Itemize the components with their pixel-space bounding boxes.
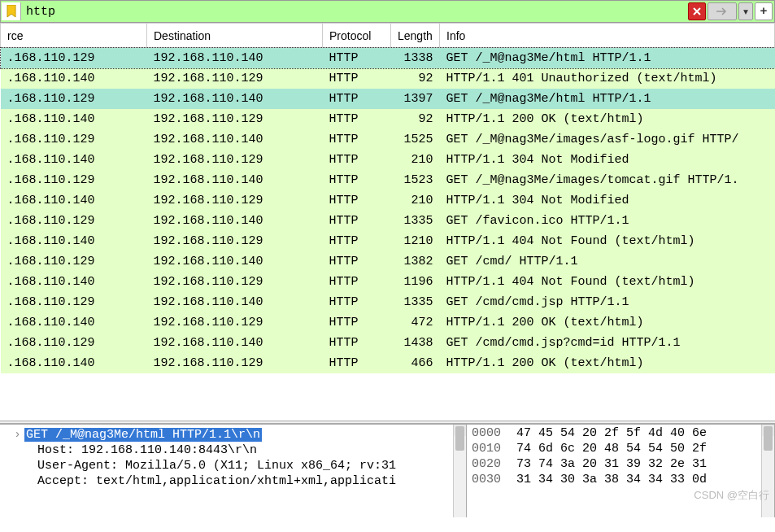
hex-line[interactable]: 0000 47 45 54 20 2f 5f 4d 40 6e <box>472 425 769 441</box>
packet-bytes-pane[interactable]: 0000 47 45 54 20 2f 5f 4d 40 6e0010 74 6… <box>467 425 775 517</box>
cell-source: .168.110.129 <box>1 211 147 231</box>
cell-info: GET /cmd/cmd.jsp?cmd=id HTTP/1.1 <box>440 333 775 353</box>
cell-info: HTTP/1.1 200 OK (text/html) <box>440 109 775 129</box>
col-header-destination[interactable]: Destination <box>147 24 323 48</box>
cell-source: .168.110.129 <box>1 129 147 150</box>
scroll-thumb[interactable] <box>764 426 773 451</box>
hex-line[interactable]: 0020 73 74 3a 20 31 39 32 2e 31 <box>472 456 769 472</box>
display-filter-input[interactable] <box>21 1 688 22</box>
col-header-length[interactable]: Length <box>391 24 440 48</box>
cell-length: 1382 <box>391 251 440 272</box>
packet-row[interactable]: .168.110.129192.168.110.140HTTP1397GET /… <box>1 89 775 109</box>
hex-offset: 0030 <box>472 473 509 486</box>
packet-row[interactable]: .168.110.140192.168.110.129HTTP1210HTTP/… <box>1 231 775 251</box>
cell-info: GET /_M@nag3Me/images/tomcat.gif HTTP/1. <box>440 170 775 190</box>
col-header-protocol[interactable]: Protocol <box>323 24 391 48</box>
cell-source: .168.110.129 <box>1 251 147 272</box>
packet-list-header: rce Destination Protocol Length Info <box>1 24 775 48</box>
hex-offset: 0000 <box>472 426 509 440</box>
cell-length: 210 <box>391 150 440 170</box>
cell-length: 1335 <box>391 292 440 312</box>
details-line[interactable]: Host: 192.168.110.140:8443\r\n <box>5 443 461 458</box>
cell-destination: 192.168.110.129 <box>147 190 323 211</box>
col-header-source[interactable]: rce <box>1 24 147 48</box>
scroll-thumb[interactable] <box>455 426 464 451</box>
filter-buttons: ▾ + <box>688 2 774 20</box>
hex-offset: 0020 <box>472 457 509 471</box>
cell-info: GET /_M@nag3Me/html HTTP/1.1 <box>440 89 775 109</box>
chevron-right-icon[interactable]: › <box>5 426 24 440</box>
packet-row[interactable]: .168.110.129192.168.110.140HTTP1338GET /… <box>1 48 775 68</box>
cell-info: HTTP/1.1 304 Not Modified <box>440 150 775 170</box>
apply-filter-button[interactable] <box>708 2 737 20</box>
cell-length: 1525 <box>391 129 440 150</box>
packet-details-pane[interactable]: ›GET /_M@nag3Me/html HTTP/1.1\r\n Host: … <box>0 425 467 517</box>
details-line[interactable]: User-Agent: Mozilla/5.0 (X11; Linux x86_… <box>5 458 461 473</box>
cell-info: GET /_M@nag3Me/html HTTP/1.1 <box>440 48 775 68</box>
details-line[interactable]: Accept: text/html,application/xhtml+xml,… <box>5 473 461 489</box>
packet-row[interactable]: .168.110.129192.168.110.140HTTP1525GET /… <box>1 129 775 150</box>
bookmark-icon[interactable] <box>2 2 21 20</box>
cell-destination: 192.168.110.140 <box>147 211 323 231</box>
packet-row[interactable]: .168.110.140192.168.110.129HTTP210HTTP/1… <box>1 190 775 211</box>
col-header-info[interactable]: Info <box>440 24 775 48</box>
cell-info: HTTP/1.1 304 Not Modified <box>440 190 775 211</box>
packet-row[interactable]: .168.110.140192.168.110.129HTTP472HTTP/1… <box>1 312 775 333</box>
details-scrollbar[interactable]: ▴ <box>453 425 466 517</box>
packet-row[interactable]: .168.110.140192.168.110.129HTTP210HTTP/1… <box>1 150 775 170</box>
cell-info: HTTP/1.1 200 OK (text/html) <box>440 312 775 333</box>
hex-bytes: 74 6d 6c 20 48 54 54 50 2f <box>509 442 707 456</box>
cell-length: 92 <box>391 109 440 129</box>
cell-protocol: HTTP <box>323 109 391 129</box>
cell-destination: 192.168.110.129 <box>147 150 323 170</box>
cell-length: 1523 <box>391 170 440 190</box>
cell-info: HTTP/1.1 404 Not Found (text/html) <box>440 272 775 292</box>
cell-protocol: HTTP <box>323 312 391 333</box>
cell-protocol: HTTP <box>323 353 391 373</box>
add-filter-button[interactable]: + <box>755 2 773 20</box>
cell-destination: 192.168.110.140 <box>147 89 323 109</box>
cell-protocol: HTTP <box>323 68 391 89</box>
cell-info: GET /cmd/cmd.jsp HTTP/1.1 <box>440 292 775 312</box>
cell-destination: 192.168.110.140 <box>147 251 323 272</box>
cell-source: .168.110.140 <box>1 190 147 211</box>
packet-row[interactable]: .168.110.129192.168.110.140HTTP1335GET /… <box>1 211 775 231</box>
cell-info: GET /cmd/ HTTP/1.1 <box>440 251 775 272</box>
cell-destination: 192.168.110.140 <box>147 48 323 68</box>
cell-protocol: HTTP <box>323 129 391 150</box>
cell-protocol: HTTP <box>323 48 391 68</box>
clear-filter-button[interactable] <box>688 2 706 20</box>
cell-source: .168.110.140 <box>1 353 147 373</box>
details-line-selected[interactable]: GET /_M@nag3Me/html HTTP/1.1\r\n <box>24 428 262 442</box>
packet-row[interactable]: .168.110.129192.168.110.140HTTP1523GET /… <box>1 170 775 190</box>
packet-row[interactable]: .168.110.140192.168.110.129HTTP92HTTP/1.… <box>1 68 775 89</box>
cell-destination: 192.168.110.140 <box>147 292 323 312</box>
cell-info: HTTP/1.1 200 OK (text/html) <box>440 353 775 373</box>
cell-protocol: HTTP <box>323 170 391 190</box>
cell-protocol: HTTP <box>323 211 391 231</box>
hex-line[interactable]: 0010 74 6d 6c 20 48 54 54 50 2f <box>472 441 769 456</box>
hex-bytes: 31 34 30 3a 38 34 34 33 0d <box>509 473 707 486</box>
cell-destination: 192.168.110.129 <box>147 68 323 89</box>
packet-row[interactable]: .168.110.129192.168.110.140HTTP1335GET /… <box>1 292 775 312</box>
cell-destination: 192.168.110.129 <box>147 353 323 373</box>
filter-history-dropdown[interactable]: ▾ <box>738 2 753 20</box>
hex-bytes: 73 74 3a 20 31 39 32 2e 31 <box>509 457 707 471</box>
cell-length: 1397 <box>391 89 440 109</box>
cell-destination: 192.168.110.140 <box>147 333 323 353</box>
packet-row[interactable]: .168.110.129192.168.110.140HTTP1382GET /… <box>1 251 775 272</box>
cell-source: .168.110.129 <box>1 292 147 312</box>
packet-row[interactable]: .168.110.129192.168.110.140HTTP1438GET /… <box>1 333 775 353</box>
packet-row[interactable]: .168.110.140192.168.110.129HTTP92HTTP/1.… <box>1 109 775 129</box>
packet-list-table: rce Destination Protocol Length Info .16… <box>0 23 775 373</box>
cell-protocol: HTTP <box>323 251 391 272</box>
cell-length: 1210 <box>391 231 440 251</box>
packet-row[interactable]: .168.110.140192.168.110.129HTTP466HTTP/1… <box>1 353 775 373</box>
hex-scrollbar[interactable]: ▴ <box>761 425 774 517</box>
cell-length: 472 <box>391 312 440 333</box>
hex-line[interactable]: 0030 31 34 30 3a 38 34 34 33 0d <box>472 472 769 487</box>
cell-destination: 192.168.110.140 <box>147 129 323 150</box>
packet-row[interactable]: .168.110.140192.168.110.129HTTP1196HTTP/… <box>1 272 775 292</box>
bottom-panes: ›GET /_M@nag3Me/html HTTP/1.1\r\n Host: … <box>0 424 775 517</box>
cell-length: 92 <box>391 68 440 89</box>
